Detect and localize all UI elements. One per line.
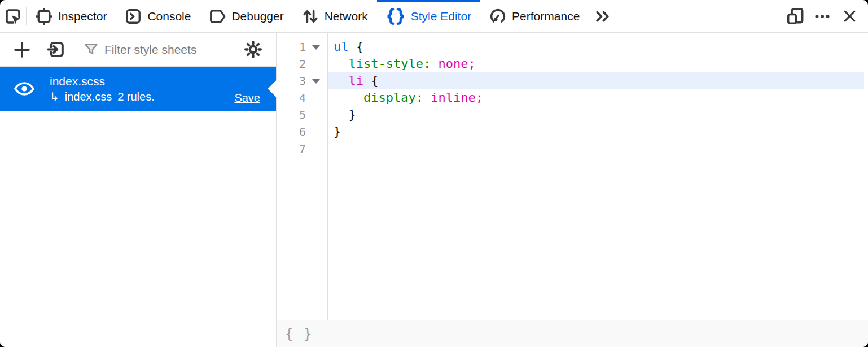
- code-token: list-style:: [349, 57, 431, 71]
- devtools-window: InspectorConsoleDebuggerNetworkStyle Edi…: [0, 0, 868, 347]
- network-icon: [302, 8, 319, 25]
- styleeditor-main: index.scss ↳ index.css 2 rules. Save 123…: [0, 33, 868, 347]
- line-number: 7: [277, 142, 306, 155]
- tab-label: Debugger: [231, 10, 283, 23]
- eye-icon[interactable]: [11, 76, 37, 102]
- fold-arrow-icon[interactable]: [312, 45, 320, 50]
- code-token: display:: [363, 90, 423, 105]
- code-editor: 1234567 ul { list-style: none; li { disp…: [277, 33, 868, 347]
- code-token: }: [334, 107, 356, 122]
- fold-cell: [306, 78, 326, 84]
- line-number: 1: [277, 40, 306, 54]
- fold-arrow-icon[interactable]: [312, 79, 320, 84]
- code-line-7[interactable]: [328, 140, 864, 157]
- tab-label: Style Editor: [411, 10, 471, 23]
- gutter-row: 1: [277, 38, 327, 55]
- code-token: li: [349, 73, 364, 88]
- performance-icon: [489, 8, 506, 25]
- linked-file: index.css: [65, 90, 112, 103]
- rules-count: 2 rules.: [117, 90, 155, 103]
- code-line-2[interactable]: list-style: none;: [328, 55, 864, 72]
- import-icon[interactable]: [43, 37, 69, 63]
- close-icon[interactable]: [839, 8, 860, 24]
- gutter-row: 2: [277, 55, 327, 72]
- tab-label: Inspector: [58, 10, 107, 23]
- code-token: [334, 73, 349, 88]
- fold-cell: [306, 44, 326, 50]
- tab-debugger[interactable]: Debugger: [200, 0, 292, 32]
- line-number: 5: [277, 108, 306, 122]
- line-number: 2: [277, 57, 306, 71]
- sidebar-toolbar: [0, 33, 276, 67]
- code-token: {: [349, 40, 364, 54]
- responsive-design-mode-icon[interactable]: [784, 7, 806, 25]
- inspector-icon: [36, 8, 52, 25]
- code-token: [334, 57, 349, 71]
- code-token: none;: [438, 57, 475, 71]
- gutter-row: 7: [277, 140, 327, 157]
- code-token: }: [334, 124, 341, 138]
- devtools-toolbar: InspectorConsoleDebuggerNetworkStyle Edi…: [0, 0, 868, 33]
- gutter-row: 6: [277, 123, 327, 140]
- tab-style-editor[interactable]: Style Editor: [377, 0, 480, 32]
- gutter-row: 5: [277, 106, 327, 123]
- atrules-braces-icon: { }: [285, 326, 313, 342]
- editor-gutter: 1234567: [277, 33, 328, 320]
- filter-icon: [84, 42, 99, 57]
- code-token: inline;: [431, 90, 483, 105]
- toolbar-right-buttons: [784, 7, 868, 25]
- tab-inspector[interactable]: Inspector: [27, 0, 116, 32]
- tab-network[interactable]: Network: [293, 0, 377, 32]
- filter-style-sheets-input[interactable]: [103, 42, 240, 57]
- gear-icon[interactable]: [240, 37, 266, 63]
- tab-label: Console: [147, 10, 191, 23]
- link-arrow: ↳: [50, 90, 59, 103]
- code-token: [431, 57, 438, 71]
- code-lines[interactable]: ul { list-style: none; li { display: inl…: [328, 33, 868, 320]
- filter-box: [84, 42, 240, 57]
- editor-footer: { }: [277, 320, 868, 347]
- tab-label: Network: [325, 10, 368, 23]
- code-line-3[interactable]: li {: [328, 72, 864, 89]
- code-token: [423, 90, 431, 105]
- code-region: 1234567 ul { list-style: none; li { disp…: [277, 33, 868, 320]
- meatball-menu-icon[interactable]: [812, 8, 833, 25]
- debugger-icon: [209, 8, 226, 25]
- node-picker-icon[interactable]: [0, 0, 26, 32]
- console-icon: [125, 8, 142, 25]
- gutter-row: 4: [277, 89, 327, 106]
- toolbar-tabs: InspectorConsoleDebuggerNetworkStyle Edi…: [27, 0, 589, 32]
- code-line-4[interactable]: display: inline;: [328, 89, 864, 106]
- tab-console[interactable]: Console: [116, 0, 200, 32]
- code-line-1[interactable]: ul {: [328, 38, 864, 55]
- sheet-name: index.scss: [50, 75, 155, 88]
- code-line-5[interactable]: }: [328, 106, 864, 123]
- sheet-list-empty-area: [0, 111, 276, 347]
- tab-performance[interactable]: Performance: [480, 0, 589, 32]
- tab-label: Performance: [512, 10, 580, 23]
- code-token: [334, 90, 363, 105]
- stylesheet-sidebar: index.scss ↳ index.css 2 rules. Save: [0, 33, 277, 347]
- code-line-6[interactable]: }: [328, 123, 864, 140]
- code-token: ul: [334, 40, 349, 54]
- plus-icon[interactable]: [9, 37, 35, 63]
- save-link[interactable]: Save: [234, 92, 260, 105]
- sheet-subtitle: ↳ index.css 2 rules.: [50, 90, 155, 103]
- style-editor-braces-icon: [386, 7, 405, 25]
- chevron-double-right-icon[interactable]: [589, 0, 617, 32]
- gutter-row: 3: [277, 72, 327, 89]
- line-number: 6: [277, 125, 306, 138]
- sheet-info: index.scss ↳ index.css 2 rules.: [50, 75, 155, 103]
- stylesheet-item-index-scss[interactable]: index.scss ↳ index.css 2 rules. Save: [0, 67, 276, 111]
- code-token: {: [363, 73, 379, 88]
